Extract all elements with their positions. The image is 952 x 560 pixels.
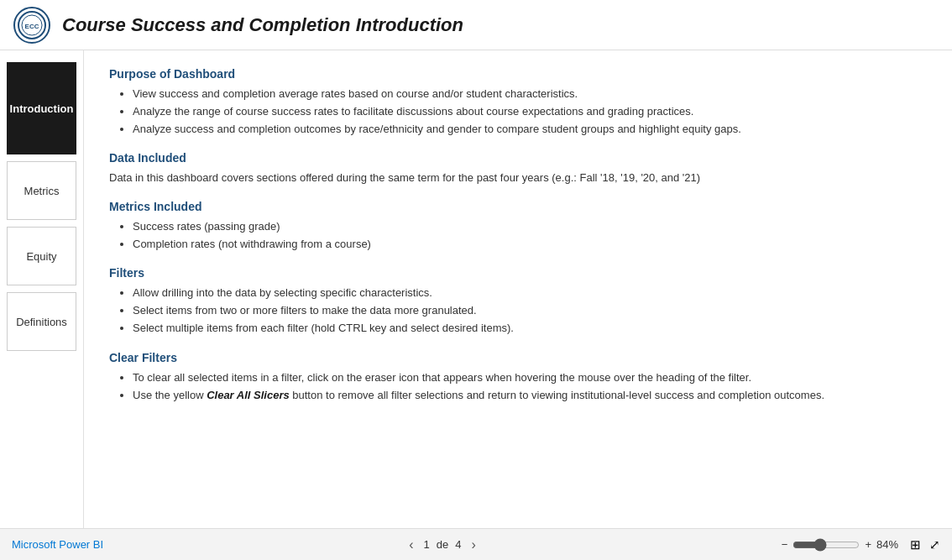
next-page-button[interactable]: ›	[468, 537, 479, 552]
zoom-controls: − + 84%	[782, 538, 898, 552]
list-item: Analyze the range of course success rate…	[133, 103, 927, 121]
clear-bullet2-post: button to remove all filter selections a…	[290, 389, 824, 401]
zoom-slider[interactable]	[792, 538, 860, 552]
sidebar-item-metrics[interactable]: Metrics	[7, 161, 76, 220]
purpose-list: View success and completion average rate…	[109, 86, 927, 138]
main-area: Introduction Metrics Equity Definitions …	[0, 50, 952, 528]
page-total: 4	[455, 538, 461, 551]
list-item: Success rates (passing grade)	[133, 218, 927, 236]
list-item: To clear all selected items in a filter,…	[133, 369, 927, 387]
list-item: View success and completion average rate…	[133, 86, 927, 103]
metrics-heading: Metrics Included	[109, 200, 927, 213]
list-item: Use the yellow Clear All Slicers button …	[133, 387, 927, 405]
pagination: ‹ 1 de 4 ›	[405, 537, 479, 552]
powerbi-link[interactable]: Microsoft Power BI	[12, 538, 103, 551]
list-item: Allow drilling into the data by selectin…	[133, 285, 927, 302]
logo: ECC	[13, 7, 50, 44]
bottom-right-controls: − + 84% ⊞ ⤢	[782, 537, 940, 552]
zoom-plus-icon: +	[865, 538, 871, 551]
data-text: Data in this dashboard covers sections o…	[109, 170, 927, 186]
filters-heading: Filters	[109, 266, 927, 280]
list-item: Select multiple items from each filter (…	[133, 320, 927, 338]
clear-all-slicers-label: Clear All Slicers	[207, 389, 290, 401]
svg-text:ECC: ECC	[25, 23, 39, 30]
clear-bullet2-pre: Use the yellow	[133, 389, 207, 401]
content-area: Purpose of Dashboard View success and co…	[84, 50, 952, 528]
data-heading: Data Included	[109, 151, 927, 165]
sidebar-item-equity[interactable]: Equity	[7, 227, 76, 285]
fit-screen-icon[interactable]: ⊞	[910, 537, 921, 552]
sidebar-item-definitions[interactable]: Definitions	[7, 292, 76, 351]
zoom-value: 84%	[876, 538, 898, 551]
page-current: 1	[423, 538, 429, 551]
view-icons: ⊞ ⤢	[910, 537, 940, 552]
list-item: Completion rates (not withdrawing from a…	[133, 236, 927, 254]
header: ECC Course Success and Completion Introd…	[0, 0, 952, 50]
clear-list: To clear all selected items in a filter,…	[109, 369, 927, 405]
zoom-minus-icon: −	[782, 538, 788, 551]
fullscreen-icon[interactable]: ⤢	[929, 537, 940, 552]
sidebar: Introduction Metrics Equity Definitions	[0, 50, 84, 528]
list-item: Analyze success and completion outcomes …	[133, 121, 927, 139]
sidebar-item-introduction[interactable]: Introduction	[7, 62, 76, 154]
list-item: Select items from two or more filters to…	[133, 302, 927, 320]
filters-list: Allow drilling into the data by selectin…	[109, 285, 927, 337]
purpose-heading: Purpose of Dashboard	[109, 67, 927, 81]
bottom-bar: Microsoft Power BI ‹ 1 de 4 › − + 84% ⊞ …	[0, 528, 952, 560]
page-separator: de	[437, 538, 448, 551]
clear-heading: Clear Filters	[109, 351, 927, 364]
page-title: Course Success and Completion Introducti…	[62, 14, 463, 36]
metrics-list: Success rates (passing grade) Completion…	[109, 218, 927, 254]
prev-page-button[interactable]: ‹	[405, 537, 416, 552]
